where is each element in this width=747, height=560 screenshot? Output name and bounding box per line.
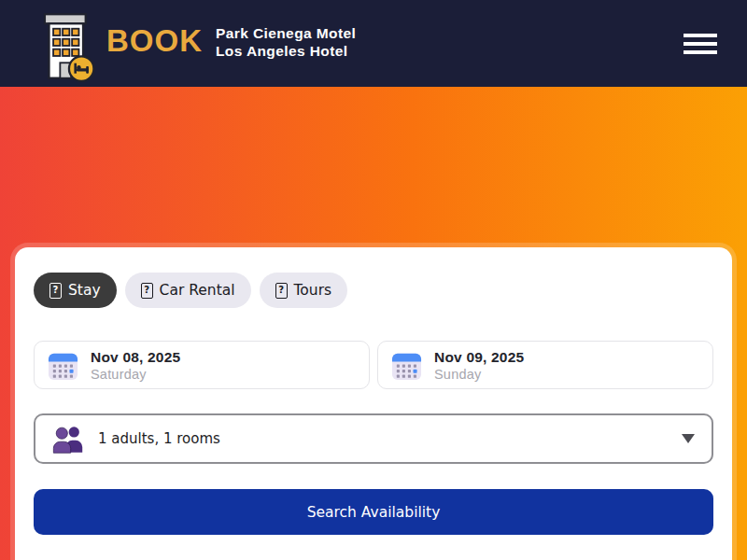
checkin-date-field[interactable]: Nov 08, 2025 Saturday: [34, 341, 370, 389]
date-fields-row: Nov 08, 2025 Saturday Nov 09, 2025 Sunda…: [34, 341, 713, 389]
car-rental-tab-missing-glyph-icon: ?: [141, 283, 153, 299]
calendar-icon: [390, 349, 423, 382]
hotel-building-logo-icon: [24, 6, 103, 86]
tab-car-rental[interactable]: ? Car Rental: [125, 273, 251, 308]
checkin-date-text: Nov 08, 2025 Saturday: [91, 348, 180, 383]
hotel-name-line2: Los Angeles Hotel: [216, 42, 356, 60]
guests-rooms-selector[interactable]: 1 adults, 1 rooms: [34, 413, 713, 464]
tab-stay-label: Stay: [68, 282, 101, 299]
checkin-date: Nov 08, 2025: [91, 348, 180, 366]
booking-card: ? Stay ? Car Rental ? Tours: [15, 247, 732, 560]
search-availability-button[interactable]: Search Availability: [34, 489, 713, 535]
search-availability-label: Search Availability: [307, 504, 441, 521]
tours-tab-missing-glyph-icon: ?: [275, 283, 288, 299]
checkin-weekday: Saturday: [91, 366, 180, 383]
checkout-date: Nov 09, 2025: [434, 348, 524, 366]
hotel-name: Park Cienega Motel Los Angeles Hotel: [216, 24, 356, 60]
tab-tours[interactable]: ? Tours: [260, 273, 348, 308]
hotel-name-line1: Park Cienega Motel: [216, 24, 356, 42]
hamburger-menu-icon[interactable]: [684, 25, 717, 63]
hamburger-bar: [684, 34, 717, 37]
hamburger-bar: [684, 42, 717, 46]
two-people-icon: [52, 425, 84, 454]
checkout-date-text: Nov 09, 2025 Sunday: [434, 348, 524, 383]
tab-tours-label: Tours: [294, 282, 332, 299]
calendar-icon: [47, 349, 79, 382]
checkout-date-field[interactable]: Nov 09, 2025 Sunday: [377, 341, 713, 389]
booking-tabs: ? Stay ? Car Rental ? Tours: [34, 273, 713, 308]
app-header: BOOK Park Cienega Motel Los Angeles Hote…: [0, 0, 747, 87]
tab-car-rental-label: Car Rental: [160, 282, 235, 299]
chevron-down-icon: [682, 434, 695, 443]
tab-stay[interactable]: ? Stay: [34, 273, 117, 308]
hamburger-bar: [684, 50, 717, 54]
checkout-weekday: Sunday: [434, 366, 524, 383]
stay-tab-missing-glyph-icon: ?: [49, 283, 62, 299]
guests-summary: 1 adults, 1 rooms: [98, 430, 220, 447]
brand-wordmark: BOOK: [106, 23, 203, 59]
